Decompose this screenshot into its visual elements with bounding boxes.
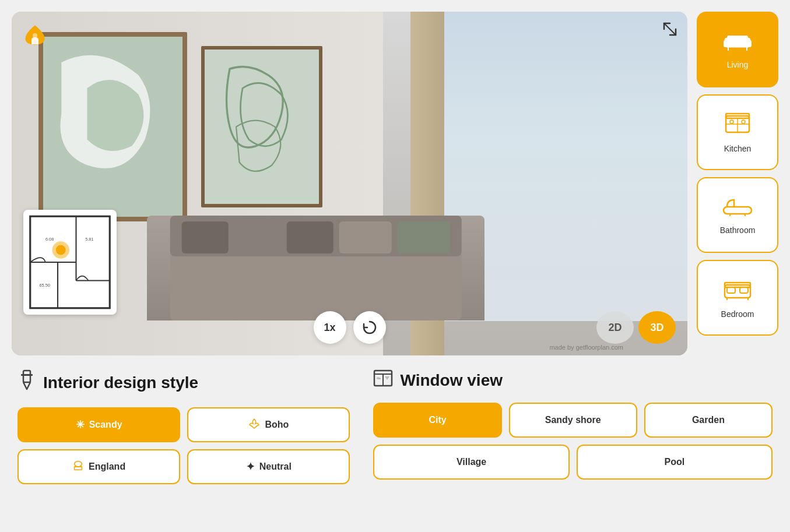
zoom-button[interactable]: 1x [314,311,346,344]
bathroom-icon [722,195,753,221]
svg-rect-1 [210,50,313,204]
svg-rect-44 [75,466,82,469]
svg-text:5.81: 5.81 [85,237,93,242]
svg-rect-2 [170,251,462,320]
view-grid-row2: Village Pool [373,445,773,480]
england-icon [72,460,84,474]
view-2d-button[interactable]: 2D [596,311,634,344]
boho-label: Boho [265,420,289,430]
svg-rect-5 [234,221,281,253]
view-button-city[interactable]: City [373,403,501,438]
home-icon[interactable] [21,21,49,54]
view-controls: 1x [314,311,386,344]
style-section-header: Interior design style [17,369,350,396]
artwork-2 [201,46,323,207]
window-section-title: Window view [400,371,503,390]
scandy-label: Scandy [89,420,122,430]
view-grid-row1: City Sandy shore Garden [373,403,773,438]
artwork-1 [38,32,187,221]
style-grid: ✳ Scandy Boho [17,407,350,484]
view-button-pool[interactable]: Pool [577,445,773,480]
window-icon [373,369,393,391]
kitchen-label: Kitchen [724,144,752,153]
room-buttons: Living Kitchen [697,12,778,336]
svg-point-43 [75,461,82,466]
svg-rect-37 [727,287,735,293]
view-button-sandy-shore[interactable]: Sandy shore [509,403,637,438]
bottom-section: Interior design style ✳ Scandy Boho [12,369,778,484]
kitchen-icon [724,111,752,139]
floorplan-overlay: 6.08 5.81 65.50 [23,210,117,315]
paintbrush-icon [17,369,36,396]
svg-rect-7 [339,221,392,253]
room-scene: made by getfloorplan.com 6.08 5.81 [12,12,687,355]
style-section: Interior design style ✳ Scandy Boho [17,369,350,484]
room-button-bathroom[interactable]: Bathroom [697,177,778,253]
expand-icon[interactable] [662,21,678,40]
view-button-garden[interactable]: Garden [644,403,773,438]
svg-rect-32 [724,207,752,214]
view-3d-button[interactable]: 3D [638,311,676,344]
window-section: Window view City Sandy shore Garden Vill… [373,369,773,484]
svg-text:6.08: 6.08 [45,237,54,242]
neutral-label: Neutral [259,461,292,472]
svg-point-19 [56,245,66,255]
main-container: made by getfloorplan.com 6.08 5.81 [0,0,790,496]
england-label: England [89,461,125,472]
rotate-button[interactable] [353,311,386,344]
svg-rect-38 [740,287,748,293]
style-section-title: Interior design style [43,374,198,392]
svg-point-30 [730,120,733,124]
svg-rect-23 [727,36,748,41]
top-section: made by getfloorplan.com 6.08 5.81 [12,12,778,355]
svg-rect-8 [398,221,450,253]
svg-rect-21 [724,40,728,47]
room-button-bedroom[interactable]: Bedroom [697,260,778,336]
boho-icon [248,418,260,432]
style-button-boho[interactable]: Boho [187,407,350,442]
scandy-icon: ✳ [76,418,85,431]
svg-point-9 [33,33,37,38]
svg-point-31 [742,120,745,124]
svg-rect-42 [21,374,33,376]
svg-rect-4 [182,221,229,253]
view-mode-buttons: 2D 3D [596,311,676,344]
room-button-living[interactable]: Living [697,12,778,87]
svg-rect-6 [287,221,333,253]
neutral-icon: ✦ [246,460,255,473]
style-button-neutral[interactable]: ✦ Neutral [187,449,350,484]
bathroom-label: Bathroom [720,226,756,235]
living-label: Living [727,60,749,69]
svg-text:65.50: 65.50 [40,283,50,288]
bedroom-label: Bedroom [721,309,754,319]
style-button-scandy[interactable]: ✳ Scandy [17,407,180,442]
sofa-icon [722,30,753,55]
room-sofa [147,216,485,320]
svg-rect-22 [747,40,752,47]
view-button-village[interactable]: Village [373,445,569,480]
room-button-kitchen[interactable]: Kitchen [697,94,778,170]
viewer-wrapper: made by getfloorplan.com 6.08 5.81 [12,12,687,355]
style-button-england[interactable]: England [17,449,180,484]
watermark: made by getfloorplan.com [549,344,623,351]
window-section-header: Window view [373,369,773,391]
bedroom-icon [722,277,753,305]
svg-rect-41 [23,371,30,382]
